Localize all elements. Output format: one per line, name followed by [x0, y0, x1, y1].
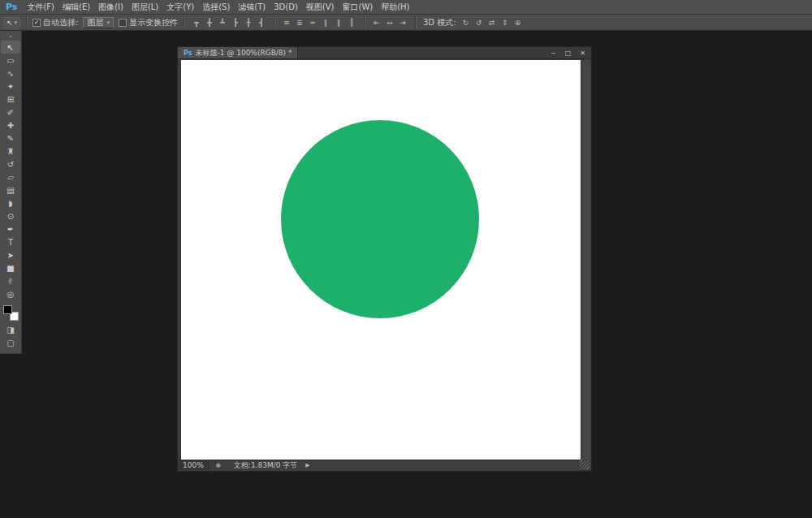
eraser-tool[interactable]: ▱ — [1, 171, 20, 183]
separator — [415, 16, 416, 28]
shape-tool[interactable]: ■ — [1, 261, 20, 274]
history-brush-tool[interactable]: ↺ — [1, 158, 20, 171]
options-bar: ↖ ▾ 自动选择: 图层 ▾ 显示变换控件 ┳ ╋ ┻ ┣ ╂ ┫ ≡ ≣ ═ … — [0, 15, 812, 31]
align-vertical-centers-icon[interactable]: ╋ — [204, 17, 215, 28]
quick-mask-button[interactable]: ◨ — [1, 323, 20, 336]
blur-tool[interactable]: ◗ — [1, 196, 20, 209]
auto-align-layers-icon[interactable]: ↔ — [384, 17, 395, 28]
auto-select-target-dropdown[interactable]: 图层 ▾ — [83, 17, 114, 28]
separator — [364, 16, 365, 28]
mode-3d-label: 3D 模式: — [423, 17, 456, 28]
pen-tool[interactable]: ✒ — [1, 222, 20, 235]
menu-view[interactable]: 视图(V) — [302, 0, 339, 14]
window-resize-grip[interactable] — [580, 460, 590, 469]
type-tool[interactable]: T — [1, 235, 20, 248]
separator — [274, 16, 274, 28]
close-button[interactable]: ✕ — [578, 49, 587, 57]
zoom-level-field[interactable]: 100% — [179, 460, 209, 470]
distribute-top-edges-icon[interactable]: ≡ — [281, 17, 292, 28]
3d-slide-icon[interactable]: ⇕ — [499, 17, 511, 28]
foreground-color-swatch[interactable] — [3, 305, 12, 314]
eyedropper-tool[interactable]: ✐ — [1, 106, 20, 119]
chevron-down-icon: ▾ — [15, 19, 18, 26]
photoshop-app: Ps 文件(F) 编辑(E) 图像(I) 图层(L) 文字(Y) 选择(S) 滤… — [0, 0, 812, 518]
distribute-left-edges-icon[interactable]: ∥ — [320, 17, 331, 28]
status-icon: ● — [216, 462, 221, 468]
document-statusbar: 100% ● 文档:1.83M/0 字节 ▶ — [179, 460, 590, 470]
menu-edit[interactable]: 编辑(E) — [58, 0, 94, 14]
menu-file[interactable]: 文件(F) — [23, 0, 58, 14]
distribute-vertical-centers-icon[interactable]: ≣ — [294, 17, 305, 28]
tools-panel: « ↖ ▭ ∿ ✦ ⊞ ✐ ✚ ✎ ♜ ↺ ▱ ▤ ◗ ⊙ ✒ T ➤ ■ ✌ … — [0, 31, 22, 354]
menu-type[interactable]: 文字(Y) — [162, 0, 198, 14]
align-left-edges-icon[interactable]: ┣ — [230, 17, 241, 28]
path-selection-tool[interactable]: ➤ — [1, 248, 20, 261]
tool-preset-picker[interactable]: ↖ ▾ — [3, 17, 20, 28]
menu-filter[interactable]: 滤镜(T) — [234, 0, 270, 14]
checkbox-checked-icon — [32, 19, 41, 27]
document-size-info: 文档:1.83M/0 字节 — [234, 460, 297, 471]
dodge-tool[interactable]: ⊙ — [1, 209, 20, 222]
gradient-tool[interactable]: ▤ — [1, 183, 20, 196]
clone-stamp-tool[interactable]: ♜ — [1, 145, 20, 158]
3d-drag-icon[interactable]: ⇄ — [486, 17, 498, 28]
color-swatches — [3, 305, 19, 321]
menu-bar: Ps 文件(F) 编辑(E) 图像(I) 图层(L) 文字(Y) 选择(S) 滤… — [0, 0, 812, 15]
minimize-button[interactable]: ─ — [549, 49, 558, 57]
menu-image[interactable]: 图像(I) — [94, 0, 127, 14]
document-titlebar[interactable]: Ps 未标题-1 @ 100%(RGB/8) * ─ □ ✕ — [178, 47, 591, 59]
document-tab[interactable]: Ps 未标题-1 @ 100%(RGB/8) * — [178, 47, 298, 58]
move-tool-icon: ↖ — [6, 19, 13, 27]
distribute-horizontal-centers-icon[interactable]: ‖ — [333, 17, 344, 28]
move-tool[interactable]: ↖ — [1, 41, 20, 54]
distribute-horizontal-spacing-icon[interactable]: ⇤ — [371, 17, 382, 28]
document-window: Ps 未标题-1 @ 100%(RGB/8) * ─ □ ✕ 100% ● 文档… — [177, 46, 592, 472]
lasso-tool[interactable]: ∿ — [1, 67, 20, 80]
dropdown-value: 图层 — [87, 17, 103, 28]
photoshop-logo: Ps — [0, 0, 23, 14]
align-right-edges-icon[interactable]: ┫ — [256, 17, 267, 28]
zoom-tool[interactable]: ◎ — [1, 287, 20, 300]
distribute-vertical-spacing-icon[interactable]: ⇥ — [397, 17, 408, 28]
align-horizontal-centers-icon[interactable]: ╂ — [243, 17, 254, 28]
checkbox-unchecked-icon — [119, 19, 127, 27]
menu-3d[interactable]: 3D(D) — [270, 0, 302, 14]
screen-mode-button[interactable]: ▢ — [1, 336, 20, 349]
brush-tool[interactable]: ✎ — [1, 132, 20, 145]
window-controls: ─ □ ✕ — [549, 47, 591, 58]
align-top-edges-icon[interactable]: ┳ — [191, 17, 202, 28]
menu-select[interactable]: 选择(S) — [198, 0, 234, 14]
separator — [26, 16, 27, 28]
menu-help[interactable]: 帮助(H) — [377, 0, 413, 14]
3d-rotate-icon[interactable]: ↻ — [460, 17, 472, 28]
distribute-bottom-edges-icon[interactable]: ═ — [307, 17, 318, 28]
3d-scale-icon[interactable]: ⊕ — [512, 17, 524, 28]
quick-selection-tool[interactable]: ✦ — [1, 80, 20, 93]
hand-tool[interactable]: ✌ — [1, 274, 20, 287]
chevron-down-icon: ▾ — [106, 19, 110, 26]
document-icon: Ps — [184, 50, 192, 57]
menu-layer[interactable]: 图层(L) — [127, 0, 162, 14]
separator — [184, 16, 184, 28]
3d-roll-icon[interactable]: ↺ — [473, 17, 485, 28]
document-title: 未标题-1 @ 100%(RGB/8) * — [195, 48, 292, 58]
marquee-tool[interactable]: ▭ — [1, 54, 20, 67]
auto-select-checkbox[interactable]: 自动选择: — [32, 17, 78, 28]
maximize-button[interactable]: □ — [564, 49, 572, 57]
vertical-scrollbar[interactable] — [581, 60, 590, 460]
crop-tool[interactable]: ⊞ — [1, 93, 20, 106]
show-transform-checkbox[interactable]: 显示变换控件 — [119, 17, 178, 28]
menu-window[interactable]: 窗口(W) — [338, 0, 377, 14]
green-circle-shape[interactable] — [281, 120, 479, 318]
distribute-right-edges-icon[interactable]: ║ — [346, 17, 357, 28]
align-bottom-edges-icon[interactable]: ┻ — [217, 17, 228, 28]
auto-select-label: 自动选择: — [43, 17, 78, 28]
panel-collapse-icon[interactable]: « — [9, 32, 12, 41]
canvas[interactable] — [181, 60, 581, 460]
show-transform-label: 显示变换控件 — [129, 17, 178, 28]
status-flyout-arrow-icon[interactable]: ▶ — [305, 462, 309, 468]
healing-brush-tool[interactable]: ✚ — [1, 119, 20, 132]
